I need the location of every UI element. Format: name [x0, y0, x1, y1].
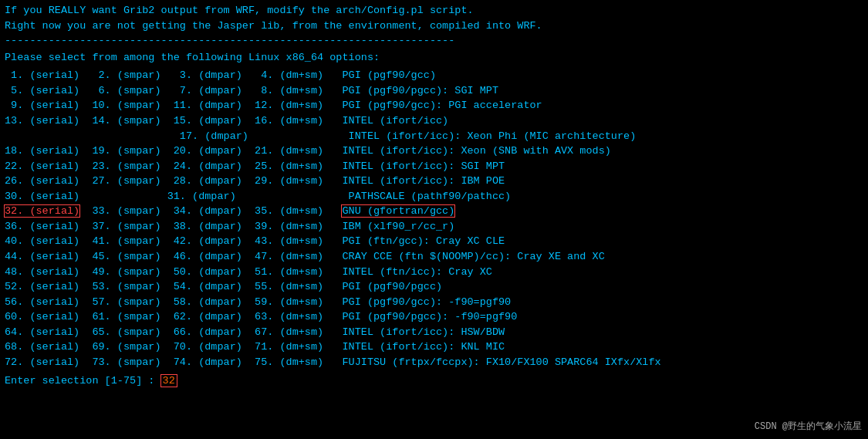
entry-prompt-line: Enter selection [1-75] : 32 [5, 373, 863, 389]
option-7: 22. (serial) 23. (smpar) 24. (dmpar) 25.… [5, 159, 863, 174]
divider: ----------------------------------------… [5, 33, 863, 49]
option-11: 36. (serial) 37. (smpar) 38. (dmpar) 39.… [5, 219, 863, 235]
option-2: 5. (serial) 6. (smpar) 7. (dmpar) 8. (dm… [5, 83, 863, 99]
terminal: If you REALLY want Grib2 output from WRF… [0, 0, 868, 439]
intro-line-1: If you REALLY want Grib2 output from WRF… [5, 3, 863, 19]
option-3: 9. (serial) 10. (smpar) 11. (dmpar) 12. … [5, 98, 863, 113]
option-14: 48. (serial) 49. (smpar) 50. (dmpar) 51.… [5, 265, 863, 280]
option-12: 40. (serial) 41. (smpar) 42. (dmpar) 43.… [5, 234, 863, 249]
serial-32-highlight: 32. (serial) [5, 205, 79, 217]
option-8: 26. (serial) 27. (smpar) 28. (dmpar) 29.… [5, 174, 863, 189]
option-17: 60. (serial) 61. (smpar) 62. (dmpar) 63.… [5, 309, 863, 325]
option-32-row: 32. (serial) 33. (smpar) 34. (dmpar) 35.… [5, 204, 863, 219]
option-16: 56. (serial) 57. (smpar) 58. (dmpar) 59.… [5, 295, 863, 310]
option-15: 52. (serial) 53. (smpar) 54. (dmpar) 55.… [5, 279, 863, 295]
option-9: 30. (serial) 31. (dmpar) PATHSCALE (path… [5, 189, 863, 204]
option-1: 1. (serial) 2. (smpar) 3. (dmpar) 4. (dm… [5, 68, 863, 83]
option-5: 17. (dmpar) INTEL (ifort/icc): Xeon Phi … [5, 129, 863, 144]
option-6: 18. (serial) 19. (smpar) 20. (dmpar) 21.… [5, 144, 863, 159]
intro-line-2: Right now you are not getting the Jasper… [5, 19, 863, 34]
entry-value[interactable]: 32 [161, 375, 177, 387]
option-18: 64. (serial) 65. (smpar) 66. (dmpar) 67.… [5, 325, 863, 340]
gnu-highlight: GNU (gfortran/gcc) [342, 205, 454, 217]
option-20: 72. (serial) 73. (smpar) 74. (dmpar) 75.… [5, 355, 863, 370]
select-line: Please select from among the following L… [5, 50, 863, 66]
option-19: 68. (serial) 69. (smpar) 70. (dmpar) 71.… [5, 339, 863, 355]
option-13: 44. (serial) 45. (smpar) 46. (dmpar) 47.… [5, 249, 863, 265]
csdn-watermark: CSDN @野生的气象小流星 [755, 420, 862, 433]
option-4: 13. (serial) 14. (smpar) 15. (dmpar) 16.… [5, 113, 863, 129]
entry-prompt-text: Enter selection [1-75] : [5, 375, 161, 387]
